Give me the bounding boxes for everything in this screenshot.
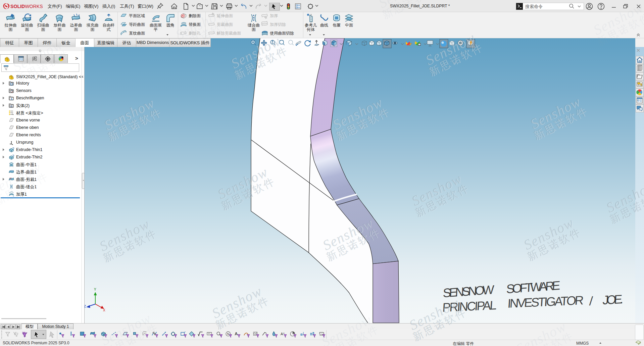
svg-text:A: A xyxy=(10,97,13,101)
svg-text:Y: Y xyxy=(94,288,96,291)
svg-text:JOE.: JOE. xyxy=(602,292,624,307)
svg-text:X: X xyxy=(103,308,105,312)
svg-text:A: A xyxy=(235,332,238,336)
svg-text:PRINCIPAL: PRINCIPAL xyxy=(442,298,497,314)
svg-text:N: N xyxy=(227,332,229,336)
svg-text:Z: Z xyxy=(85,305,86,308)
svg-text:A°: A° xyxy=(281,332,285,336)
